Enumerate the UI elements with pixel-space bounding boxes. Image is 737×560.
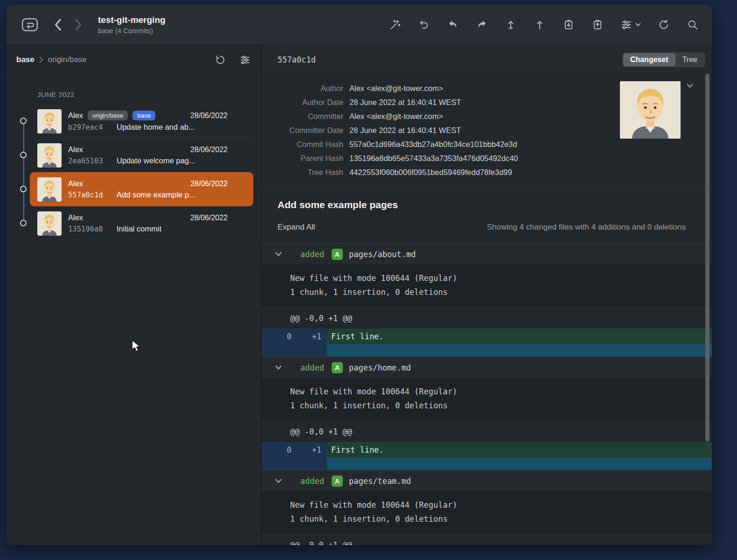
wand-icon[interactable] [389,19,401,31]
metadata-value: 135196a8db65e57433a3a7353fa476d05492dc40 [349,154,518,163]
commit-list-panel: base origin/base JUNE 2022 Alexorigin/ba… [7,45,262,545]
search-icon[interactable] [687,19,699,31]
diff-empty-gutter [262,458,327,470]
file-stats-line: 1 chunk, 1 insertion, 0 deletions [262,512,712,526]
commit-detail-panel: 557a0c1d ChangesetTree AuthorAlex <alex@… [262,45,712,545]
pull-icon[interactable] [447,19,459,31]
metadata-row: Tree Hash4422553f060b006f0951bed59469fed… [262,165,712,179]
file-status-badge: A [332,362,343,373]
metadata-value: 28 June 2022 at 16:40:41 WEST [349,98,461,107]
window-title: test-git-merging [98,15,166,25]
metadata-label: Author Date [262,98,343,107]
commit-author-name: Alex [68,179,83,188]
expand-all-button[interactable]: Expand All [278,223,315,232]
commit-row[interactable]: Alex28/06/2022135196a8Initial commit [30,206,253,240]
breadcrumb-upstream-branch[interactable]: origin/base [48,55,87,64]
history-icon[interactable] [215,54,226,66]
diff-new-line-number: +1 [303,329,327,344]
tab-changeset[interactable]: Changeset [623,53,675,66]
titlebar: test-git-merging base (4 Commits) [7,5,712,45]
metadata-value: 4422553f060b006f0951bed59469fedd78fe3d99 [349,168,512,177]
branch-tag-base[interactable]: base [132,111,155,120]
changed-files-summary: Showing 4 changed files with 4 additions… [487,223,686,232]
toolbar [389,19,699,31]
file-diff-header[interactable]: addedApages/team.md [262,470,712,491]
title-block: test-git-merging base (4 Commits) [98,15,166,35]
repository-icon [21,18,38,32]
commit-row-line1: Alex28/06/2022 [68,145,228,154]
branch-tag-origin-base[interactable]: origin/base [88,111,128,120]
file-path: pages/home.md [349,363,411,372]
commit-short-hash: 557a0c1d [278,55,316,64]
commit-row-line2: 2ea65103Update welcome pag... [68,156,228,165]
commit-list-body: JUNE 2022 Alexorigin/basebase28/06/2022b… [7,75,261,545]
commit-date: 28/06/2022 [190,112,228,120]
file-mode-line: New file with mode 100644 (Regular) [262,271,712,285]
sidebar-header-icons [215,54,251,66]
vertical-scrollbar[interactable] [705,74,709,441]
diff-empty-content [327,458,712,470]
diff-new-line-number: +1 [303,442,327,458]
commit-row-line2: b297eac4Update home and ab... [68,123,228,132]
refresh-icon[interactable] [658,19,670,31]
file-diff-header[interactable]: addedApages/about.md [262,243,712,265]
chevron-down-icon[interactable] [275,365,282,370]
commit-row-text: Alex28/06/2022557a0c1dAdd some example p… [68,179,228,199]
commit-row[interactable]: Alexorigin/basebase28/06/2022b297eac4Upd… [30,104,253,138]
metadata-label: Committer [262,112,343,121]
apply-stash-icon[interactable] [591,19,604,31]
file-mode-line: New file with mode 100644 (Regular) [262,498,712,512]
avatar-menu-chevron-icon[interactable] [686,83,694,88]
branch-icon[interactable] [534,19,546,31]
commit-author-avatar [37,177,62,202]
commit-author-name: Alex [68,111,83,120]
commit-date: 28/06/2022 [190,214,228,222]
metadata-label: Author [262,84,343,93]
commit-group-label: JUNE 2022 [37,89,261,100]
chevron-down-icon[interactable] [275,478,282,483]
fetch-icon[interactable] [505,19,517,31]
diff-line-added: 0+1First line. [262,442,712,458]
hunk-header: @@ -0,0 +1 @@ [262,308,712,329]
forward-button[interactable] [74,18,83,31]
diff-old-line-number: 0 [262,329,303,344]
commit-graph-node [20,152,27,158]
diff-old-line-number: 0 [262,442,303,458]
repository-switcher-button[interactable] [19,15,41,34]
commit-message-section: Add some example pages Expand All Showin… [262,187,712,243]
hunk-header: @@ -0,0 +1 @@ [262,534,712,545]
commit-message-preview: Initial commit [117,224,161,233]
commit-row-text: Alexorigin/basebase28/06/2022b297eac4Upd… [68,111,228,132]
commit-graph-node [20,118,27,124]
commit-author-avatar [37,211,62,236]
filter-icon[interactable] [239,54,251,66]
commit-row[interactable]: Alex28/06/20222ea65103Update welcome pag… [30,138,253,172]
diff-empty-line [262,344,712,357]
file-diff-meta: New file with mode 100644 (Regular)1 chu… [262,491,712,534]
commit-message-preview: Update welcome pag... [117,156,195,165]
sidebar-header: base origin/base [7,45,261,75]
breadcrumb-current-branch[interactable]: base [16,55,35,64]
commit-message-title: Add some example pages [278,199,696,210]
commit-hash-short: 557a0c1d [68,191,117,199]
main-split: base origin/base JUNE 2022 Alexorigin/ba… [7,45,712,545]
commit-metadata: AuthorAlex <alex@git-tower.com>Author Da… [262,75,712,187]
diff-empty-content [327,344,712,357]
view-options-icon[interactable] [620,19,641,31]
metadata-label: Tree Hash [262,168,343,177]
push-icon[interactable] [476,19,488,31]
back-button[interactable] [53,18,63,31]
commit-row-text: Alex28/06/20222ea65103Update welcome pag… [68,145,228,165]
file-path: pages/team.md [349,476,411,486]
tab-tree[interactable]: Tree [675,53,704,66]
chevron-down-icon[interactable] [275,252,282,257]
file-stats-line: 1 chunk, 1 insertion, 0 deletions [262,399,712,413]
commit-message-preview: Update home and ab... [117,123,195,132]
undo-icon[interactable] [418,19,430,31]
metadata-label: Parent Hash [262,154,343,163]
file-diff-header[interactable]: addedApages/home.md [262,357,712,378]
stash-icon[interactable] [563,19,575,31]
file-status-badge: A [332,476,343,487]
commit-row[interactable]: Alex28/06/2022557a0c1dAdd some example p… [30,172,253,206]
file-stats-line: 1 chunk, 1 insertion, 0 deletions [262,285,712,299]
